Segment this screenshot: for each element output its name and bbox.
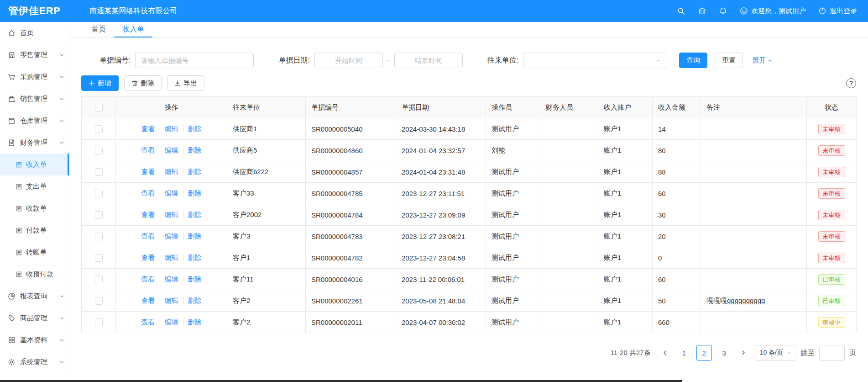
row-delete-link[interactable]: 删除: [188, 125, 202, 133]
date-start-input[interactable]: [314, 53, 383, 68]
row-delete-link[interactable]: 删除: [188, 189, 202, 197]
page-button-3[interactable]: 3: [716, 345, 732, 361]
row-edit-link[interactable]: 编辑: [165, 232, 178, 240]
sidebar-subitem-income[interactable]: 收入单: [0, 154, 69, 175]
export-button[interactable]: 导出: [167, 75, 204, 91]
add-button[interactable]: 新增: [81, 75, 119, 91]
row-checkbox[interactable]: [95, 254, 103, 262]
partner-select[interactable]: [523, 53, 666, 68]
page-button-2[interactable]: 2: [696, 345, 712, 361]
sidebar-item-purchase[interactable]: 采购管理: [0, 66, 69, 88]
row-delete-link[interactable]: 删除: [188, 232, 202, 240]
row-checkbox[interactable]: [95, 276, 103, 283]
bell-icon[interactable]: [719, 7, 727, 16]
sidebar-subitem-expense[interactable]: 支出单: [0, 175, 69, 197]
sidebar-item-reports[interactable]: 报表查询: [0, 285, 69, 307]
row-edit-link[interactable]: 编辑: [165, 318, 178, 326]
row-view-link[interactable]: 查看: [141, 275, 155, 283]
row-view-link[interactable]: 查看: [141, 254, 155, 261]
row-checkbox[interactable]: [95, 125, 103, 133]
row-view-link[interactable]: 查看: [141, 297, 155, 304]
page-size-select[interactable]: 10 条/页: [755, 345, 796, 361]
sidebar-subitem-label: 付款单: [26, 226, 47, 235]
sidebar-item-sales[interactable]: 销售管理: [0, 88, 69, 110]
row-edit-link[interactable]: 编辑: [165, 275, 178, 283]
actions-cell: 查看编辑删除: [116, 226, 227, 247]
row-checkbox[interactable]: [95, 190, 103, 197]
row-edit-link[interactable]: 编辑: [165, 254, 178, 261]
row-view-link[interactable]: 查看: [141, 125, 155, 133]
select-all-checkbox[interactable]: [95, 104, 103, 111]
page-button-1[interactable]: 1: [676, 345, 692, 361]
jump-page-input[interactable]: [819, 345, 845, 361]
bill-no-input[interactable]: [135, 53, 254, 68]
sidebar-item-warehouse[interactable]: 仓库管理: [0, 110, 69, 132]
bill-no-cell: SR00000004783: [306, 226, 396, 247]
row-edit-link[interactable]: 编辑: [165, 146, 178, 154]
income-account-cell: 账户1: [598, 183, 653, 204]
logout-button[interactable]: 退出登录: [818, 7, 857, 16]
row-view-link[interactable]: 查看: [141, 318, 155, 326]
checkbox-cell: [82, 247, 116, 269]
operator-cell: 测试用户: [486, 312, 540, 333]
remark-cell: [701, 140, 807, 161]
row-delete-link[interactable]: 删除: [188, 146, 202, 154]
sidebar-item-finance[interactable]: 财务管理: [0, 132, 69, 154]
row-checkbox[interactable]: [95, 211, 103, 219]
sidebar-item-system[interactable]: 系统管理: [0, 351, 69, 373]
row-edit-link[interactable]: 编辑: [165, 125, 178, 133]
welcome-user[interactable]: 欢迎您，测试用户: [740, 7, 806, 16]
reset-button[interactable]: 重置: [715, 53, 743, 68]
table-header-row: 操作往来单位单据编号单据日期操作员财务人员收入账户收入金额备注状态: [82, 97, 857, 118]
row-delete-link[interactable]: 删除: [188, 297, 202, 304]
row-checkbox[interactable]: [95, 297, 103, 305]
row-edit-link[interactable]: 编辑: [165, 168, 178, 175]
bank-icon[interactable]: [698, 7, 706, 16]
main-area: 首页收入单 单据编号: 单据日期: ~ 往来单位:: [69, 22, 868, 382]
row-view-link[interactable]: 查看: [141, 211, 155, 218]
row-checkbox[interactable]: [95, 168, 103, 176]
row-view-link[interactable]: 查看: [141, 232, 155, 240]
column-header-remark: 备注: [701, 97, 807, 118]
bill-date-cell: 2023-12-27 23:09:09: [396, 204, 486, 226]
sidebar-item-home[interactable]: 首页: [0, 22, 69, 44]
chevron-down-icon: [59, 316, 64, 321]
row-delete-link[interactable]: 删除: [188, 211, 202, 218]
row-delete-link[interactable]: 删除: [188, 275, 202, 283]
sidebar-item-basic[interactable]: 基本资料: [0, 329, 69, 351]
row-view-link[interactable]: 查看: [141, 189, 155, 197]
row-edit-link[interactable]: 编辑: [165, 297, 178, 304]
sidebar-item-retail[interactable]: 零售管理: [0, 44, 69, 66]
bill-no-cell: SR00000002011: [306, 312, 396, 333]
checkbox-cell: [82, 204, 116, 226]
tab-home[interactable]: 首页: [83, 22, 114, 37]
income-account-cell: 账户1: [598, 118, 653, 140]
sidebar-subitem-receipt[interactable]: 收款单: [0, 197, 69, 219]
next-page-button[interactable]: [737, 345, 750, 361]
row-checkbox[interactable]: [95, 318, 103, 326]
tab-income[interactable]: 收入单: [114, 22, 152, 37]
row-delete-link[interactable]: 删除: [188, 318, 202, 326]
sidebar-subitem-transfer[interactable]: 转账单: [0, 241, 69, 263]
finance-person-cell: [540, 247, 598, 269]
row-view-link[interactable]: 查看: [141, 168, 155, 175]
help-icon[interactable]: ?: [846, 78, 856, 88]
row-edit-link[interactable]: 编辑: [165, 211, 178, 218]
sidebar-subitem-payment[interactable]: 付款单: [0, 219, 69, 241]
delete-button[interactable]: 删除: [124, 75, 162, 91]
expand-toggle[interactable]: 展开: [752, 56, 773, 65]
search-icon[interactable]: [677, 7, 685, 16]
row-checkbox[interactable]: [95, 147, 103, 154]
sidebar-item-goods[interactable]: 商品管理: [0, 307, 69, 329]
row-delete-link[interactable]: 删除: [188, 254, 202, 261]
row-delete-link[interactable]: 删除: [188, 168, 202, 175]
search-button[interactable]: 查询: [679, 53, 707, 68]
row-view-link[interactable]: 查看: [141, 146, 155, 154]
date-end-input[interactable]: [394, 53, 463, 68]
prev-page-button[interactable]: [658, 345, 672, 361]
sidebar-subitem-advance[interactable]: 收预付款: [0, 263, 69, 285]
status-badge: 未审核: [818, 253, 845, 263]
row-edit-link[interactable]: 编辑: [165, 189, 178, 197]
row-checkbox[interactable]: [95, 233, 103, 240]
table-row: 查看编辑删除客户1SR000000047822023-12-27 23:04:5…: [82, 247, 857, 269]
